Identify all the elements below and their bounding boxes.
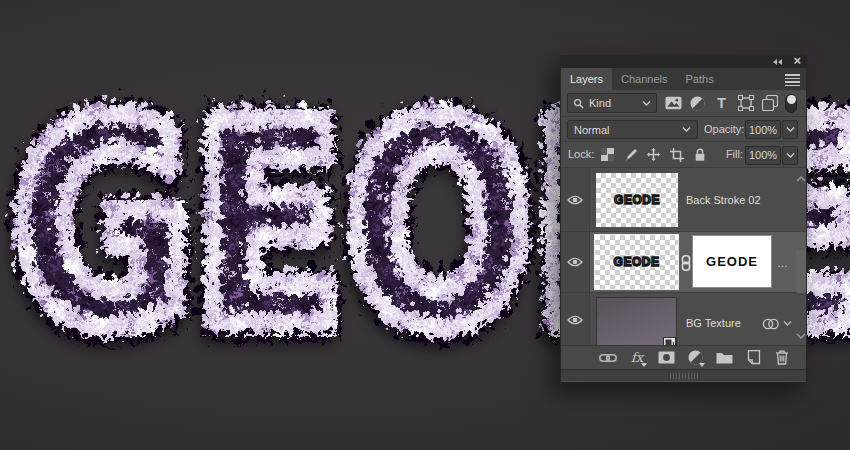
close-icon[interactable]: × <box>793 53 801 68</box>
lock-all-icon[interactable] <box>692 147 707 162</box>
advanced-blending-badge-icon <box>762 318 780 330</box>
panel-resize-strip[interactable] <box>561 369 806 381</box>
lock-artboard-icon[interactable] <box>669 147 684 162</box>
collapse-effects-chevron-icon[interactable] <box>783 321 792 326</box>
layer-style-fx-icon[interactable]: fx <box>628 349 646 366</box>
layer-row-bg-texture[interactable]: BG Texture <box>561 293 806 345</box>
blend-mode-dropdown[interactable]: Normal <box>567 120 698 139</box>
opacity-label: Opacity: <box>704 117 744 142</box>
filter-on-off-toggle[interactable] <box>785 94 797 113</box>
smart-object-badge-icon <box>663 337 676 345</box>
fill-value: 100% <box>749 149 777 161</box>
thumbnail-text: GEODE <box>614 255 660 269</box>
filter-kind-label: Kind <box>589 97 611 109</box>
layers-scrollbar[interactable] <box>795 168 806 345</box>
layer-name[interactable]: BG Texture <box>686 317 741 329</box>
filter-kind-dropdown[interactable]: Kind <box>567 93 657 113</box>
fill-input[interactable]: 100% <box>745 146 781 165</box>
link-layers-icon[interactable] <box>599 349 617 366</box>
lock-label: Lock: <box>568 142 594 167</box>
lock-position-move-icon[interactable] <box>646 147 661 162</box>
layers-toolbar: fx <box>561 345 806 369</box>
thumbnail-text: GEODE <box>614 193 660 207</box>
eye-icon[interactable] <box>567 195 583 205</box>
filter-shape-layers-icon[interactable] <box>737 95 754 112</box>
opacity-dropdown-icon[interactable] <box>782 120 798 139</box>
layer-name-truncated[interactable]: … <box>777 257 789 269</box>
visibility-cell <box>561 232 590 292</box>
tab-layers[interactable]: Layers <box>561 68 612 90</box>
photoshop-workspace: GEODE <box>0 0 850 450</box>
filter-smart-object-layers-icon[interactable] <box>761 95 778 112</box>
layer-row-back-stroke-02[interactable]: GEODE Back Stroke 02 <box>561 168 806 232</box>
mask-text: GEODE <box>706 254 758 269</box>
tab-paths[interactable]: Paths <box>677 68 723 90</box>
new-group-folder-icon[interactable] <box>715 349 733 366</box>
panel-tabstrip: Layers Channels Paths <box>561 68 806 90</box>
blend-mode-value: Normal <box>574 124 609 136</box>
layer-mask-thumbnail[interactable]: GEODE <box>692 235 772 288</box>
layer-name[interactable]: Back Stroke 02 <box>686 194 761 206</box>
scroll-down-icon[interactable] <box>796 333 806 339</box>
layer-thumbnail-selected[interactable]: GEODE <box>594 234 679 290</box>
layers-list: GEODE Back Stroke 02 GEODE <box>561 168 806 345</box>
panel-menu-icon[interactable] <box>785 74 800 88</box>
mask-link-icon[interactable] <box>681 255 691 271</box>
chevron-down-icon <box>682 127 691 132</box>
visibility-cell <box>561 293 590 345</box>
blend-mode-row: Normal Opacity: 100% <box>561 117 806 142</box>
eye-icon[interactable] <box>567 315 583 325</box>
lock-row: Lock: <box>561 142 806 168</box>
filter-adjustment-layers-icon[interactable] <box>689 95 706 112</box>
eye-icon[interactable] <box>567 257 583 267</box>
filter-type-layers-icon[interactable]: T <box>713 95 730 112</box>
panel-titlebar: × <box>561 56 806 68</box>
visibility-cell <box>561 168 590 231</box>
delete-layer-trash-icon[interactable] <box>773 349 791 366</box>
new-adjustment-layer-icon[interactable] <box>686 349 704 366</box>
scrollbar-thumb[interactable] <box>796 250 806 293</box>
collapse-panel-icon[interactable] <box>773 59 782 65</box>
fill-dropdown-icon[interactable] <box>782 146 798 165</box>
fill-label: Fill: <box>709 142 743 167</box>
layer-thumbnail[interactable]: GEODE <box>596 173 678 227</box>
layer-filter-row: Kind <box>561 90 806 117</box>
tab-channels[interactable]: Channels <box>612 68 676 90</box>
resize-grip-handle[interactable] <box>670 373 698 379</box>
opacity-value: 100% <box>749 124 777 136</box>
add-layer-mask-icon[interactable] <box>657 349 675 366</box>
new-layer-icon[interactable] <box>744 349 762 366</box>
lock-transparency-icon[interactable] <box>600 147 615 162</box>
opacity-input[interactable]: 100% <box>745 120 781 139</box>
layer-row-selected[interactable]: GEODE GEODE … <box>561 232 806 293</box>
search-icon <box>573 98 584 109</box>
scroll-up-icon[interactable] <box>796 176 806 182</box>
chevron-down-icon <box>642 101 651 106</box>
layers-panel: × Layers Channels Paths Kind <box>560 55 807 383</box>
lock-image-brush-icon[interactable] <box>623 147 638 162</box>
layer-thumbnail[interactable] <box>596 297 677 345</box>
filter-pixel-layers-icon[interactable] <box>665 95 682 112</box>
